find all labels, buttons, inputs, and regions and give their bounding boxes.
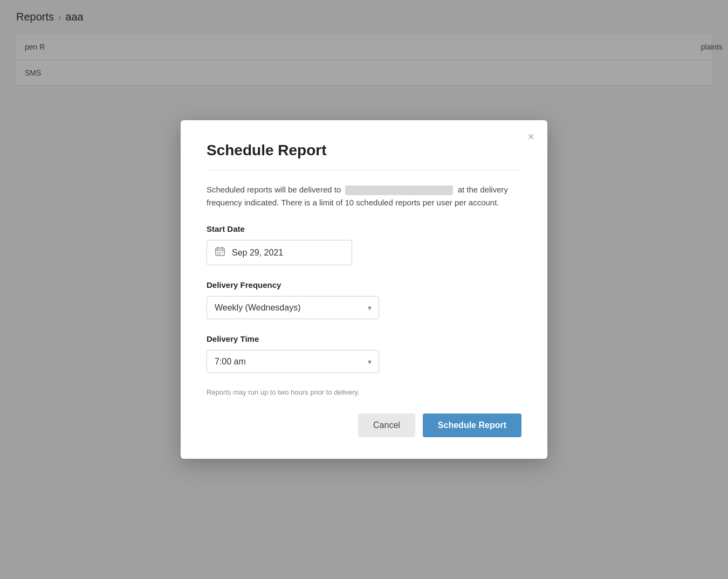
delivery-time-label: Delivery Time [207, 334, 521, 343]
modal-overlay: × Schedule Report Scheduled reports will… [0, 0, 728, 579]
modal-divider [207, 170, 521, 170]
svg-rect-3 [222, 252, 223, 253]
svg-rect-5 [219, 253, 221, 254]
delivery-frequency-select[interactable]: Daily Weekly (Mondays) Weekly (Tuesdays)… [207, 296, 379, 319]
modal-actions: Cancel Schedule Report [207, 413, 521, 437]
delivery-frequency-wrapper: Daily Weekly (Mondays) Weekly (Tuesdays)… [207, 296, 379, 319]
calendar-icon [215, 246, 225, 259]
svg-rect-4 [217, 253, 218, 254]
delivery-time-section: Delivery Time 12:00 am 1:00 am 2:00 am 3… [207, 334, 521, 396]
delivery-time-wrapper: 12:00 am 1:00 am 2:00 am 3:00 am 4:00 am… [207, 350, 379, 373]
svg-rect-1 [217, 252, 218, 253]
delivery-time-select[interactable]: 12:00 am 1:00 am 2:00 am 3:00 am 4:00 am… [207, 350, 379, 373]
modal-title: Schedule Report [207, 142, 521, 159]
start-date-label: Start Date [207, 224, 521, 233]
delivery-time-helper: Reports may run up to two hours prior to… [207, 388, 521, 396]
svg-rect-2 [219, 252, 221, 253]
close-button[interactable]: × [527, 131, 534, 143]
cancel-button[interactable]: Cancel [358, 413, 415, 437]
delivery-frequency-label: Delivery Frequency [207, 280, 521, 290]
email-placeholder [345, 185, 453, 195]
schedule-report-button[interactable]: Schedule Report [423, 413, 521, 437]
description-before: Scheduled reports will be delivered to [207, 185, 341, 194]
start-date-input[interactable]: Sep 29, 2021 [207, 240, 352, 265]
modal-description: Scheduled reports will be delivered to a… [207, 183, 521, 209]
start-date-value: Sep 29, 2021 [232, 248, 283, 258]
schedule-report-modal: × Schedule Report Scheduled reports will… [181, 120, 547, 459]
